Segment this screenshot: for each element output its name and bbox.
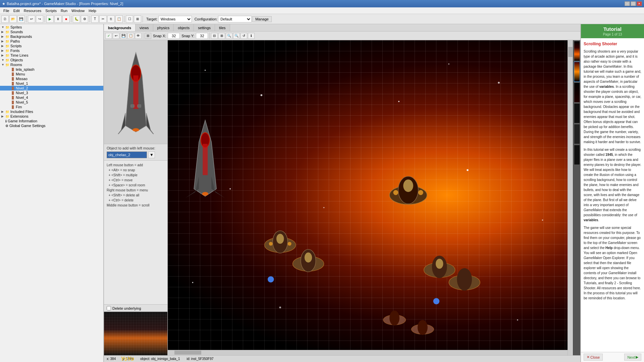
yoyo-logo: YoYo xyxy=(121,356,134,362)
tree-item-objects[interactable]: ▼📁Objects xyxy=(0,58,103,62)
tree-item-nivel_2[interactable]: 🚪Nivel_2 xyxy=(0,86,103,90)
tutorial-next-button[interactable]: Next ▶ xyxy=(624,354,641,361)
tab-tiles[interactable]: tiles xyxy=(215,24,230,31)
toolbar-stop[interactable]: ■ xyxy=(62,15,70,23)
thumb-4[interactable] xyxy=(574,103,580,123)
tree-item-nivel_4[interactable]: 🚪Nivel_4 xyxy=(0,95,103,100)
toolbar-open[interactable]: 📂 xyxy=(9,15,17,23)
tab-objects[interactable]: objects xyxy=(174,24,194,31)
tree-item-nivel_5[interactable]: 🚪Nivel_5 xyxy=(0,100,103,105)
toolbar-undo[interactable]: ↩ xyxy=(28,15,35,23)
maximize-button[interactable]: □ xyxy=(631,1,636,6)
tree-item-included-files[interactable]: ▶📁Included Files xyxy=(0,109,103,114)
menu-help[interactable]: Help xyxy=(87,8,98,13)
tab-physics[interactable]: physics xyxy=(153,24,174,31)
toolbar-save[interactable]: 💾 xyxy=(17,15,25,23)
room-tb-check[interactable]: ✓ xyxy=(105,33,112,39)
tree-item-tela_splash[interactable]: 🚪tela_splash xyxy=(0,67,103,72)
tab-backgrounds[interactable]: backgrounds xyxy=(104,24,136,31)
thumb-6[interactable] xyxy=(574,145,580,165)
toolbar-build[interactable]: ⚙ xyxy=(81,15,88,23)
room-tb-something[interactable]: 📋 xyxy=(127,33,134,39)
tree-item-extensions[interactable]: ▶📁Extensions xyxy=(0,114,103,119)
toolbar-redo[interactable]: ↪ xyxy=(36,15,43,23)
snap-x-input[interactable] xyxy=(168,33,180,39)
menu-resources[interactable]: Resources xyxy=(22,8,44,13)
room-tb-grid-h[interactable]: ⊞ xyxy=(218,33,225,39)
status-x: x: 384 xyxy=(107,357,116,361)
room-tb-reset[interactable]: ↺ xyxy=(240,33,247,39)
toolbar-options[interactable]: T xyxy=(91,15,99,23)
toolbar-copy[interactable]: ⎘ xyxy=(107,15,115,23)
tutorial-close-button[interactable]: ✕ Close xyxy=(584,354,603,361)
tree-item-rooms[interactable]: ▼📁Rooms xyxy=(0,62,103,67)
object-selector-label: Object to add with left mouse: xyxy=(107,146,165,150)
room-tb-save[interactable]: 💾 xyxy=(120,33,127,39)
toolbar-cut[interactable]: ✂ xyxy=(99,15,107,23)
toolbar-debug[interactable]: 🐛 xyxy=(73,15,80,23)
toolbar-grid[interactable]: ⊞ xyxy=(134,15,141,23)
tree-item-fonts[interactable]: ▶📁Fonts xyxy=(0,48,103,53)
menu-window[interactable]: Window xyxy=(69,8,87,13)
tree-item-paths[interactable]: ▶📁Paths xyxy=(0,39,103,44)
object-name-input[interactable] xyxy=(107,152,147,158)
tree-label: Nivel_1 xyxy=(16,81,28,85)
menu-scripts[interactable]: Scripts xyxy=(43,8,59,13)
toolbar-new[interactable]: 🗋 xyxy=(1,15,9,23)
tab-settings[interactable]: settings xyxy=(194,24,215,31)
room-tb-snap-toggle[interactable]: ⊞ xyxy=(145,33,151,39)
close-button[interactable]: ✕ xyxy=(637,1,642,6)
room-canvas[interactable] xyxy=(168,40,573,355)
menu-run[interactable]: Run xyxy=(59,8,69,13)
tree-item-missao[interactable]: 🚪Missao xyxy=(0,76,103,81)
manage-button[interactable]: Manage xyxy=(252,16,272,22)
expand-icon: ▶ xyxy=(1,44,5,48)
tree-item-menu[interactable]: 🚪Menu xyxy=(0,72,103,76)
tree-item-nivel_3[interactable]: 🚪Nivel_3 xyxy=(0,90,103,95)
object-select-button[interactable]: ▼ xyxy=(148,152,155,158)
tree-item-game-information[interactable]: ℹGame Information xyxy=(0,119,103,123)
toolbar-paste[interactable]: 📋 xyxy=(115,15,123,23)
menu-edit[interactable]: Edit xyxy=(11,8,22,13)
snap-y-input[interactable] xyxy=(196,33,208,39)
tree-item-nivel_1[interactable]: 🚪Nivel_1 xyxy=(0,81,103,86)
minimap[interactable] xyxy=(104,312,167,355)
svg-marker-2 xyxy=(146,113,157,134)
snap-y-label: Snap Y: xyxy=(181,34,194,38)
minimize-button[interactable]: – xyxy=(625,1,630,6)
expand-icon: ▶ xyxy=(1,49,5,52)
tree-item-global-game-settings[interactable]: ⚙Global Game Settings xyxy=(0,123,103,128)
delete-underlying-checkbox[interactable] xyxy=(107,306,111,310)
tree-item-scripts[interactable]: ▶📁Scripts xyxy=(0,44,103,48)
tree-item-fim[interactable]: 🚪Fim xyxy=(0,105,103,109)
folder-icon: 📁 xyxy=(5,54,9,57)
room-tb-eye[interactable]: 👁 xyxy=(135,33,142,39)
delete-underlying-label: Delete underlying xyxy=(112,306,141,310)
thumb-5[interactable] xyxy=(574,124,580,144)
toolbar-pause[interactable]: ⏸ xyxy=(54,15,62,23)
thumb-2[interactable] xyxy=(574,62,580,82)
svg-rect-6 xyxy=(131,105,134,107)
tree-item-time-lines[interactable]: ▶📁Time Lines xyxy=(0,53,103,58)
horizontal-scrollbar[interactable] xyxy=(168,350,568,355)
target-combo[interactable]: Windows xyxy=(158,16,192,22)
enemy-ship-3 xyxy=(424,256,455,278)
tutorial-page-number: Page 1 of 13 xyxy=(583,33,642,36)
vertical-scrollbar[interactable] xyxy=(568,40,573,355)
thumb-3[interactable] xyxy=(574,82,580,103)
room-tb-undo[interactable]: ↩ xyxy=(113,33,119,39)
room-tb-zoom-in[interactable]: 🔍 xyxy=(226,33,232,39)
room-tb-zoom-out[interactable]: 🔍 xyxy=(233,33,240,39)
room-tb-grid-v[interactable]: ⊟ xyxy=(211,33,218,39)
toolbar-select-all[interactable]: ☐ xyxy=(126,15,133,23)
menu-file[interactable]: File xyxy=(1,8,11,13)
svg-point-21 xyxy=(323,207,325,208)
toolbar-play[interactable]: ▶ xyxy=(46,15,54,23)
tree-item-backgrounds[interactable]: ▶📁Backgrounds xyxy=(0,34,103,39)
tab-views[interactable]: views xyxy=(136,24,153,31)
tree-item-sounds[interactable]: ▶📁Sounds xyxy=(0,29,103,34)
tree-item-sprites[interactable]: ▼📁Sprites xyxy=(0,25,103,29)
room-tb-info[interactable]: ℹ xyxy=(248,33,255,39)
config-combo[interactable]: Default xyxy=(218,16,252,22)
thumb-1[interactable] xyxy=(574,41,580,61)
